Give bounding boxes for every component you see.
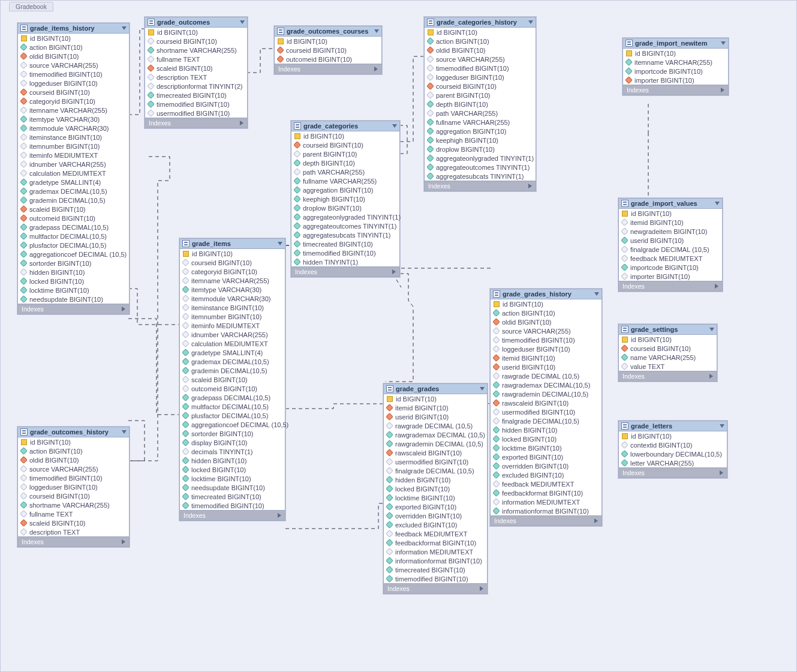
collapse-arrow-icon[interactable] xyxy=(278,242,282,245)
column-row[interactable]: usermodified BIGINT(10) xyxy=(145,109,247,118)
column-row[interactable]: grademax DECIMAL(10,5) xyxy=(180,357,285,366)
column-row[interactable]: timemodified BIGINT(10) xyxy=(180,501,285,510)
column-row[interactable]: feedbackformat BIGINT(10) xyxy=(384,538,487,547)
column-row[interactable]: gradepass DECIMAL(10,5) xyxy=(18,223,129,232)
column-row[interactable]: fullname TEXT xyxy=(18,509,129,518)
column-row[interactable]: rawgrade DECIMAL (10,5) xyxy=(491,371,601,380)
collapse-arrow-icon[interactable] xyxy=(720,424,724,428)
column-row[interactable]: scaleid BIGINT(10) xyxy=(145,64,247,73)
column-row[interactable]: aggregatesubcats TINYINT(1) xyxy=(291,230,399,239)
column-row[interactable]: keephigh BIGINT(10) xyxy=(291,194,399,203)
column-row[interactable]: parent BIGINT(10) xyxy=(291,149,399,158)
table-grade_items[interactable]: grade_itemsid BIGINT(10)courseid BIGINT(… xyxy=(179,238,285,521)
column-row[interactable]: courseid BIGINT(10) xyxy=(619,344,717,353)
column-row[interactable]: overridden BIGINT(10) xyxy=(491,461,601,470)
column-row[interactable]: importer BIGINT(10) xyxy=(619,272,722,281)
column-row[interactable]: multfactor DECIMAL(10,5) xyxy=(180,402,285,411)
column-row[interactable]: shortname VARCHAR(255) xyxy=(18,500,129,509)
column-row[interactable]: timemodified BIGINT(10) xyxy=(384,574,487,583)
column-row[interactable]: fullname TEXT xyxy=(145,55,247,64)
column-row[interactable]: courseid BIGINT(10) xyxy=(180,258,285,267)
column-row[interactable]: locked BIGINT(10) xyxy=(491,434,601,443)
column-row[interactable]: loggeduser BIGINT(10) xyxy=(18,79,129,88)
column-row[interactable]: oldid BIGINT(10) xyxy=(425,46,536,55)
column-row[interactable]: scaleid BIGINT(10) xyxy=(180,375,285,384)
column-row[interactable]: timemodified BIGINT(10) xyxy=(425,64,536,73)
column-row[interactable]: scaleid BIGINT(10) xyxy=(18,518,129,527)
column-row[interactable]: descriptionformat TINYINT(2) xyxy=(145,82,247,91)
indexes-section[interactable]: Indexes xyxy=(180,510,285,520)
expand-arrow-icon[interactable] xyxy=(720,470,723,475)
column-row[interactable]: depth BIGINT(10) xyxy=(291,158,399,167)
column-row[interactable]: hidden BIGINT(10) xyxy=(491,425,601,434)
column-row[interactable]: id BIGINT(10) xyxy=(619,209,722,218)
column-row[interactable]: timecreated BIGINT(10) xyxy=(145,91,247,100)
expand-arrow-icon[interactable] xyxy=(715,284,718,289)
column-row[interactable]: usermodified BIGINT(10) xyxy=(491,407,601,416)
column-row[interactable]: courseid BIGINT(10) xyxy=(291,140,399,149)
column-row[interactable]: userid BIGINT(10) xyxy=(619,236,722,245)
table-header[interactable]: grade_import_values xyxy=(619,199,722,209)
column-row[interactable]: timemodified BIGINT(10) xyxy=(145,100,247,109)
table-header[interactable]: grade_settings xyxy=(619,325,717,335)
column-row[interactable]: courseid BIGINT(10) xyxy=(18,491,129,500)
column-row[interactable]: id BIGINT(10) xyxy=(180,249,285,258)
expand-arrow-icon[interactable] xyxy=(122,307,125,311)
column-row[interactable]: aggregateoutcomes TINYINT(1) xyxy=(291,221,399,230)
column-row[interactable]: iteminstance BIGINT(10) xyxy=(180,303,285,312)
column-row[interactable]: itemtype VARCHAR(30) xyxy=(180,285,285,294)
column-row[interactable]: usermodified BIGINT(10) xyxy=(384,457,487,466)
column-row[interactable]: timecreated BIGINT(10) xyxy=(384,565,487,574)
column-row[interactable]: timemodified BIGINT(10) xyxy=(18,70,129,79)
column-row[interactable]: hidden TINYINT(1) xyxy=(291,257,399,266)
collapse-arrow-icon[interactable] xyxy=(392,124,397,128)
column-row[interactable]: oldid BIGINT(10) xyxy=(491,317,601,326)
table-grade_categories[interactable]: grade_categoriesid BIGINT(10)courseid BI… xyxy=(291,121,400,277)
column-row[interactable]: aggregationcoef DECIMAL (10,5) xyxy=(180,420,285,429)
table-header[interactable]: grade_outcomes_courses xyxy=(275,26,381,37)
column-row[interactable]: feedback MEDIUMTEXT xyxy=(491,479,601,488)
column-row[interactable]: locktime BIGINT(10) xyxy=(18,286,129,295)
column-row[interactable]: id BIGINT(10) xyxy=(384,394,487,403)
column-row[interactable]: letter VARCHAR(255) xyxy=(619,458,727,467)
column-row[interactable]: id BIGINT(10) xyxy=(619,431,727,440)
column-row[interactable]: locked BIGINT(10) xyxy=(180,465,285,474)
column-row[interactable]: itemmodule VARCHAR(30) xyxy=(18,124,129,133)
collapse-arrow-icon[interactable] xyxy=(709,328,714,331)
column-row[interactable]: timemodified BIGINT(10) xyxy=(291,248,399,257)
column-row[interactable]: courseid BIGINT(10) xyxy=(145,37,247,46)
collapse-arrow-icon[interactable] xyxy=(240,20,245,24)
column-row[interactable]: fullname VARCHAR(255) xyxy=(425,118,536,127)
column-row[interactable]: locked BIGINT(10) xyxy=(18,277,129,286)
column-row[interactable]: action BIGINT(10) xyxy=(491,308,601,317)
column-row[interactable]: categoryid BIGINT(10) xyxy=(180,267,285,276)
column-row[interactable]: finalgrade DECIMAL (10,5) xyxy=(619,245,722,254)
column-row[interactable]: name VARCHAR(255) xyxy=(619,353,717,362)
column-row[interactable]: source VARCHAR(255) xyxy=(425,55,536,64)
column-row[interactable]: itemtype VARCHAR(30) xyxy=(18,115,129,124)
indexes-section[interactable]: Indexes xyxy=(623,85,728,95)
column-row[interactable]: value TEXT xyxy=(619,362,717,371)
indexes-section[interactable]: Indexes xyxy=(384,583,487,593)
column-row[interactable]: plusfactor DECIMAL(10,5) xyxy=(180,411,285,420)
column-row[interactable]: outcomeid BIGINT(10) xyxy=(18,214,129,223)
column-row[interactable]: id BIGINT(10) xyxy=(623,49,728,58)
column-row[interactable]: courseid BIGINT(10) xyxy=(18,88,129,97)
column-row[interactable]: finalgrade DECIMAL(10,5) xyxy=(491,416,601,425)
column-row[interactable]: feedback MEDIUMTEXT xyxy=(619,254,722,263)
column-row[interactable]: id BIGINT(10) xyxy=(18,437,129,446)
table-grade_grades_history[interactable]: grade_grades_historyid BIGINT(10)action … xyxy=(490,289,602,526)
column-row[interactable]: needsupdate BIGINT(10) xyxy=(180,483,285,492)
table-grade_outcomes_history[interactable]: grade_outcomes_historyid BIGINT(10)actio… xyxy=(17,427,130,547)
column-row[interactable]: rawgrade DECIMAL (10,5) xyxy=(384,421,487,430)
column-row[interactable]: information MEDIUMTEXT xyxy=(384,547,487,556)
column-row[interactable]: plusfactor DECIMAL(10,5) xyxy=(18,241,129,250)
column-row[interactable]: loggeduser BIGINT(10) xyxy=(491,344,601,353)
column-row[interactable]: calculation MEDIUMTEXT xyxy=(18,169,129,178)
table-grade_import_values[interactable]: grade_import_valuesid BIGINT(10)itemid B… xyxy=(618,198,723,292)
column-row[interactable]: needsupdate BIGINT(10) xyxy=(18,295,129,304)
collapse-arrow-icon[interactable] xyxy=(480,387,485,391)
column-row[interactable]: lowerboundary DECIMAL(10,5) xyxy=(619,449,727,458)
indexes-section[interactable]: Indexes xyxy=(18,304,129,314)
table-grade_outcomes[interactable]: grade_outcomesid BIGINT(10)courseid BIGI… xyxy=(145,17,248,128)
